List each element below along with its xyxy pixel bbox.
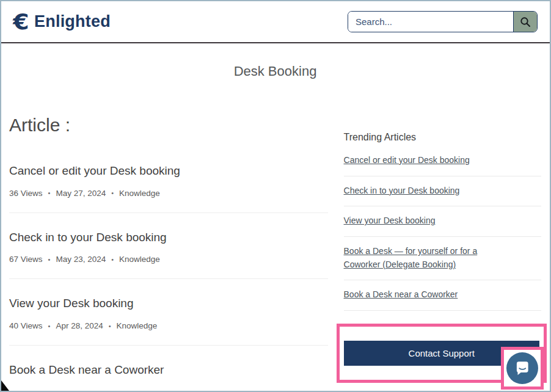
trending-list: Cancel or edit your Desk booking Check i… (344, 146, 541, 311)
bullet-separator: • (48, 189, 51, 197)
search-icon (519, 16, 531, 28)
trending-sidebar: Trending Articles Cancel or edit your De… (344, 79, 541, 383)
article-list-section: Article : Cancel or edit your Desk booki… (9, 79, 328, 383)
desk-booking-page: { "colors": { "navy": "#1E3A63", "pink_h… (0, 0, 551, 392)
article-meta: 36 Views • May 27, 2024 • Knowledge (9, 189, 328, 198)
articles-heading: Article : (9, 115, 328, 136)
page-title: Desk Booking (9, 64, 541, 79)
divider (9, 345, 328, 346)
article-title-link[interactable]: Check in to your Desk booking (9, 230, 328, 245)
bullet-separator: • (111, 189, 114, 197)
chat-bubble-icon (513, 359, 531, 377)
article-category: Knowledge (119, 189, 160, 198)
trending-item: Check in to your Desk booking (344, 176, 541, 207)
trending-link[interactable]: Book a Desk near a Coworker (344, 288, 458, 302)
chat-widget-highlight-box (501, 347, 544, 390)
corner-artifact (1, 380, 9, 391)
article-item: Cancel or edit your Desk booking 36 View… (9, 164, 328, 213)
trending-heading: Trending Articles (344, 132, 541, 143)
article-meta: 67 Views • May 23, 2024 • Knowledge (9, 255, 328, 264)
search-input[interactable] (348, 12, 513, 32)
views-count: 40 Views (9, 321, 43, 330)
enlighted-logo-mark-icon: € (13, 11, 29, 33)
trending-link[interactable]: Cancel or edit your Desk booking (344, 154, 470, 167)
article-item: Check in to your Desk booking 67 Views •… (9, 230, 328, 280)
article-item: View your Desk booking 40 Views • Apr 28… (9, 296, 328, 346)
divider (9, 212, 328, 213)
search-button[interactable] (513, 12, 537, 32)
content-area: Desk Booking Article : Cancel or edit yo… (1, 64, 550, 383)
article-title-link[interactable]: Cancel or edit your Desk booking (9, 164, 328, 179)
article-meta: 40 Views • Apr 28, 2024 • Knowledge (9, 321, 328, 330)
article-category: Knowledge (119, 255, 160, 264)
trending-link[interactable]: Check in to your Desk booking (344, 184, 460, 198)
divider (9, 278, 328, 279)
article-date: May 23, 2024 (56, 255, 106, 264)
bullet-separator: • (48, 256, 51, 263)
trending-link[interactable]: View your Desk booking (344, 214, 436, 228)
trending-link[interactable]: Book a Desk — for yourself or for a Cowo… (344, 245, 486, 271)
article-date: May 27, 2024 (56, 189, 106, 198)
columns: Article : Cancel or edit your Desk booki… (9, 79, 541, 383)
views-count: 36 Views (9, 189, 43, 198)
article-item: Book a Desk near a Coworker (9, 363, 328, 378)
article-date: Apr 28, 2024 (56, 321, 103, 330)
bullet-separator: • (111, 256, 114, 263)
header: € Enlighted (1, 1, 550, 43)
enlighted-logo[interactable]: € Enlighted (13, 11, 111, 33)
chat-launcher-button[interactable] (506, 352, 538, 384)
search-box (348, 11, 538, 32)
trending-item: Book a Desk — for yourself or for a Cowo… (344, 237, 541, 280)
article-category: Knowledge (117, 321, 158, 330)
trending-item: Cancel or edit your Desk booking (344, 146, 541, 176)
brand-name: Enlighted (34, 12, 111, 31)
bullet-separator: • (109, 322, 111, 330)
article-title-link[interactable]: View your Desk booking (9, 296, 328, 311)
trending-item: View your Desk booking (344, 206, 541, 237)
bullet-separator: • (48, 322, 51, 330)
article-title-link[interactable]: Book a Desk near a Coworker (9, 363, 328, 378)
trending-item: Book a Desk near a Coworker (344, 280, 541, 311)
views-count: 67 Views (9, 255, 43, 264)
